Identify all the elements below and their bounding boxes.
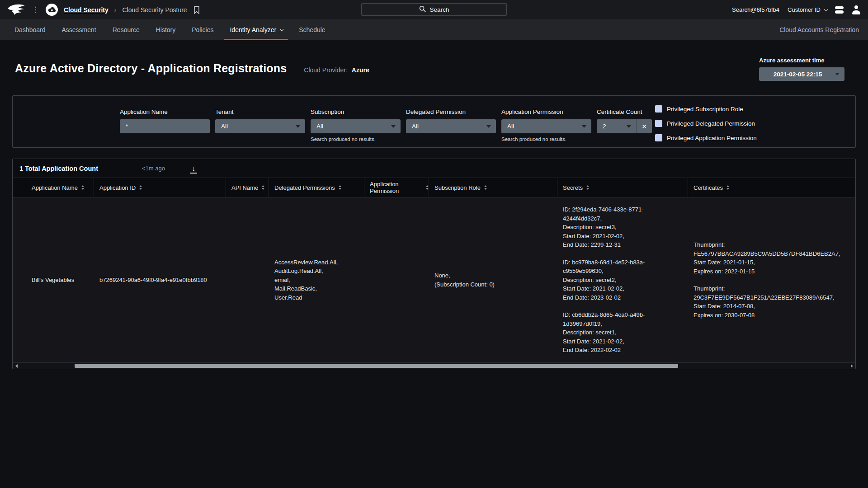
checkbox-icon (655, 134, 662, 141)
user-search-id: Search@6f57bfb4 (732, 6, 779, 13)
privileged-filter-checkboxes: Privileged Subscription Role Privileged … (655, 105, 757, 141)
chevron-down-icon (824, 7, 828, 11)
sort-icon[interactable] (81, 185, 84, 190)
sort-icon[interactable] (586, 185, 589, 190)
filter-controls: Application Name * Tenant All Subscripti… (120, 108, 652, 142)
certificate-count-control: 2 ✕ (597, 119, 652, 133)
tab-policies[interactable]: Policies (184, 19, 222, 40)
sort-icon[interactable] (484, 185, 487, 190)
subscription-no-results-hint: Search produced no results. (311, 136, 401, 142)
column-header-secrets[interactable]: Secrets (557, 178, 688, 197)
assessment-time-group: Azure assessment time 2021-02-05 22:15 (759, 57, 844, 81)
tab-dashboard[interactable]: Dashboard (6, 19, 54, 40)
table-header-row: Application Name Application ID API Name… (13, 178, 855, 197)
tab-assessment[interactable]: Assessment (54, 19, 104, 40)
cell-secrets: ID: 2f294eda-7406-433e-8771- 4244f4dd32c… (557, 205, 688, 355)
column-header-application-name[interactable]: Application Name (26, 178, 94, 197)
caret-down-icon (296, 125, 300, 128)
column-header-subscription-role[interactable]: Subscription Role (429, 178, 557, 197)
cell-application-id: b7269241-90a6-49f0-9fa4-e91e0fbb9180 (94, 276, 226, 285)
page-title-bar: Azure Active Directory - Application Reg… (12, 61, 856, 75)
sort-icon[interactable] (339, 185, 341, 190)
tab-resource[interactable]: Resource (104, 19, 148, 40)
column-header-application-id[interactable]: Application ID (94, 178, 226, 197)
cloud-security-module-icon[interactable] (46, 4, 58, 16)
last-updated: <1m ago (142, 165, 165, 172)
caret-down-icon (627, 125, 631, 128)
delegated-permission-select[interactable]: All (406, 119, 496, 133)
certificate-count-clear-button[interactable]: ✕ (637, 119, 652, 133)
brand-breadcrumb-group: ⋮ Cloud Security › Cloud Security Postur… (7, 4, 200, 16)
user-profile-icon[interactable] (852, 5, 861, 14)
customer-id-label: Customer ID (788, 6, 821, 13)
horizontal-scrollbar[interactable] (13, 362, 855, 369)
privileged-delegated-permission-checkbox[interactable]: Privileged Delegated Permission (655, 120, 757, 127)
tab-schedule[interactable]: Schedule (291, 19, 333, 40)
assessment-time-select[interactable]: 2021-02-05 22:15 (759, 67, 844, 81)
scroll-left-arrow[interactable] (13, 363, 20, 369)
customer-id-menu[interactable]: Customer ID (788, 6, 827, 13)
filter-certificate-count: Certificate Count 2 ✕ (597, 108, 652, 133)
sort-icon[interactable] (726, 185, 729, 190)
cell-subscription-role: None, (Subscription Count: 0) (429, 271, 557, 289)
tenant-select[interactable]: All (215, 119, 305, 133)
column-header-api-name[interactable]: API Name (226, 178, 269, 197)
privileged-application-permission-checkbox[interactable]: Privileged Application Permission (655, 134, 757, 141)
cloud-provider: Cloud Provider: Azure (304, 66, 369, 74)
global-search-input[interactable]: Search (361, 3, 507, 16)
assessment-time-label: Azure assessment time (759, 57, 844, 64)
column-header-delegated-permissions[interactable]: Delegated Permissions (269, 178, 364, 197)
activity-feed-icon[interactable] (835, 6, 844, 14)
filter-subscription: Subscription All Search produced no resu… (311, 108, 401, 142)
top-app-bar: ⋮ Cloud Security › Cloud Security Postur… (0, 0, 868, 19)
search-icon (419, 5, 426, 14)
filter-delegated-permission: Delegated Permission All (406, 108, 496, 133)
certificate-entry: Thumbprint: 29C3F7EE9DF5647B1F251A22EBE2… (693, 284, 850, 319)
app-menu-ellipsis-icon[interactable]: ⋮ (31, 6, 40, 14)
caret-down-icon (835, 73, 840, 75)
cell-delegated-permissions: AccessReview.Read.All, AuditLog.Read.All… (269, 258, 364, 302)
total-application-count: 1 Total Application Count (19, 165, 98, 172)
filter-tenant: Tenant All (215, 108, 305, 133)
application-permission-select[interactable]: All (501, 119, 591, 133)
topbar-right-group: Search@6f57bfb4 Customer ID (732, 5, 861, 14)
scrollbar-thumb[interactable] (75, 364, 678, 368)
cell-application-name: Bill's Vegetables (26, 276, 94, 285)
breadcrumb-cloud-security-link[interactable]: Cloud Security (64, 6, 108, 14)
subscription-select[interactable]: All (311, 119, 401, 133)
application-name-input[interactable]: * (120, 119, 210, 133)
cloud-provider-value: Azure (352, 66, 369, 74)
chevron-down-icon (280, 27, 283, 31)
caret-down-icon (582, 125, 586, 128)
download-icon[interactable]: ↓ (190, 165, 198, 172)
secret-entry: ID: cb6ddb2a-8d65-4ea0-a49b- 1d39697d0f1… (563, 310, 683, 355)
column-header-certificates[interactable]: Certificates (688, 178, 855, 197)
tab-history[interactable]: History (148, 19, 184, 40)
cell-certificates: Thumbprint: FE56797BBACA9289B5C9A5DD5B7D… (688, 240, 855, 319)
page-title: Azure Active Directory - Application Reg… (15, 61, 287, 75)
sort-icon[interactable] (262, 185, 264, 190)
application-permission-no-results-hint: Search produced no results. (501, 136, 591, 142)
search-placeholder: Search (430, 6, 449, 13)
scrollbar-track[interactable] (20, 363, 848, 369)
certificate-entry: Thumbprint: FE56797BBACA9289B5C9A5DD5B7D… (693, 240, 850, 276)
sort-icon[interactable] (139, 185, 142, 190)
privileged-subscription-role-checkbox[interactable]: Privileged Subscription Role (655, 105, 757, 113)
secret-entry: ID: bc979ba8-69d1-4e52-b83a- c9559e59963… (563, 258, 683, 302)
secret-entry: ID: 2f294eda-7406-433e-8771- 4244f4dd32c… (563, 205, 683, 249)
bookmark-icon[interactable] (193, 5, 200, 14)
crowdstrike-falcon-logo[interactable] (7, 4, 25, 16)
cloud-accounts-registration-link[interactable]: Cloud Accounts Registration (779, 26, 862, 33)
table-row[interactable]: Bill's Vegetables b7269241-90a6-49f0-9fa… (13, 197, 855, 362)
checkbox-icon (655, 120, 662, 127)
scroll-right-arrow[interactable] (848, 363, 855, 369)
sort-icon[interactable] (426, 185, 429, 190)
filters-panel: Application Name * Tenant All Subscripti… (12, 95, 856, 148)
column-header-application-permission[interactable]: Application Permission (364, 178, 429, 197)
row-select-column-header (13, 178, 26, 197)
tab-identity-analyzer[interactable]: Identity Analyzer (222, 19, 291, 40)
section-nav: Dashboard Assessment Resource History Po… (0, 19, 868, 40)
results-panel: 1 Total Application Count <1m ago ↓ Appl… (12, 159, 856, 369)
caret-down-icon (391, 125, 396, 128)
certificate-count-select[interactable]: 2 (597, 119, 637, 133)
